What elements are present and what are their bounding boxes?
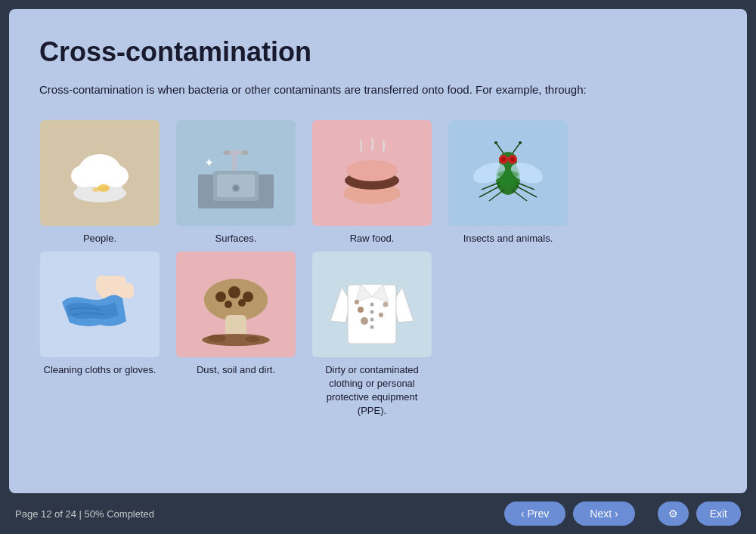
items-row-2: Cleaning cloths or gloves. (39, 252, 717, 418)
item-label-people: People. (83, 232, 116, 245)
svg-point-54 (370, 303, 374, 307)
progress-text: Page 12 of 24 | 50% Completed (15, 508, 504, 520)
svg-line-35 (513, 143, 520, 153)
prev-button[interactable]: ‹ Prev (504, 502, 565, 526)
svg-point-24 (501, 157, 506, 162)
item-clothing: Dirty or contaminated clothing or person… (311, 252, 432, 418)
svg-point-48 (225, 301, 232, 308)
svg-point-46 (228, 286, 240, 298)
item-label-insects: Insects and animals. (463, 232, 553, 245)
item-image-surfaces: ✦ (176, 120, 296, 226)
svg-point-57 (370, 326, 374, 329)
svg-point-4 (101, 165, 129, 187)
svg-line-34 (496, 143, 503, 153)
item-insects: Insects and animals. (448, 120, 569, 245)
item-label-rawfood: Raw food. (350, 232, 395, 245)
svg-point-56 (370, 318, 374, 322)
item-label-dust: Dust, soil and dirt. (197, 363, 275, 377)
svg-point-60 (361, 317, 368, 325)
item-people: People. (39, 120, 160, 245)
svg-point-52 (245, 336, 260, 342)
next-button[interactable]: Next › (573, 502, 634, 526)
item-image-cloths (40, 252, 160, 357)
svg-point-38 (497, 171, 519, 178)
svg-point-36 (494, 141, 497, 144)
svg-point-51 (208, 335, 226, 342)
nav-controls: ‹ Prev Next › ⚙ Exit (504, 502, 741, 526)
svg-point-14 (223, 150, 231, 155)
svg-point-6 (92, 187, 100, 192)
item-rawfood: Raw food. (311, 120, 432, 245)
item-surfaces: ✦ Surfaces. (175, 120, 296, 245)
svg-point-61 (355, 300, 359, 304)
footer: Page 12 of 24 | 50% Completed ‹ Prev Nex… (0, 493, 756, 534)
svg-point-43 (204, 279, 268, 321)
svg-point-39 (497, 178, 519, 186)
svg-point-5 (98, 184, 110, 192)
settings-icon: ⚙ (668, 508, 678, 520)
item-image-dust (176, 252, 296, 357)
description: Cross-contamination is when bacteria or … (39, 82, 682, 99)
items-row-1: People. (39, 120, 717, 245)
item-image-rawfood (312, 120, 432, 226)
svg-point-45 (215, 292, 226, 302)
svg-point-25 (510, 157, 515, 162)
item-image-insects (448, 120, 568, 226)
svg-point-62 (383, 302, 389, 307)
svg-text:✦: ✦ (204, 156, 214, 169)
main-content: Cross-contamination Cross-contamination … (9, 9, 747, 493)
svg-point-11 (234, 186, 238, 190)
svg-point-19 (346, 160, 398, 181)
settings-button[interactable]: ⚙ (658, 502, 689, 526)
item-label-cloths: Cleaning cloths or gloves. (44, 363, 156, 377)
svg-point-15 (241, 150, 249, 155)
exit-button[interactable]: Exit (696, 502, 741, 526)
svg-point-37 (519, 141, 522, 144)
svg-point-59 (379, 313, 383, 317)
item-image-people (40, 120, 160, 226)
page-title: Cross-contamination (39, 36, 717, 68)
svg-point-49 (238, 299, 246, 307)
svg-point-55 (370, 310, 374, 314)
item-label-clothing: Dirty or contaminated clothing or person… (311, 363, 432, 418)
svg-point-3 (71, 165, 98, 187)
item-cloths: Cleaning cloths or gloves. (39, 252, 160, 418)
items-grid: People. (39, 120, 717, 418)
item-label-surfaces: Surfaces. (215, 232, 257, 245)
item-image-clothing (312, 252, 432, 357)
svg-point-58 (358, 307, 364, 313)
item-dust: Dust, soil and dirt. (175, 252, 296, 418)
